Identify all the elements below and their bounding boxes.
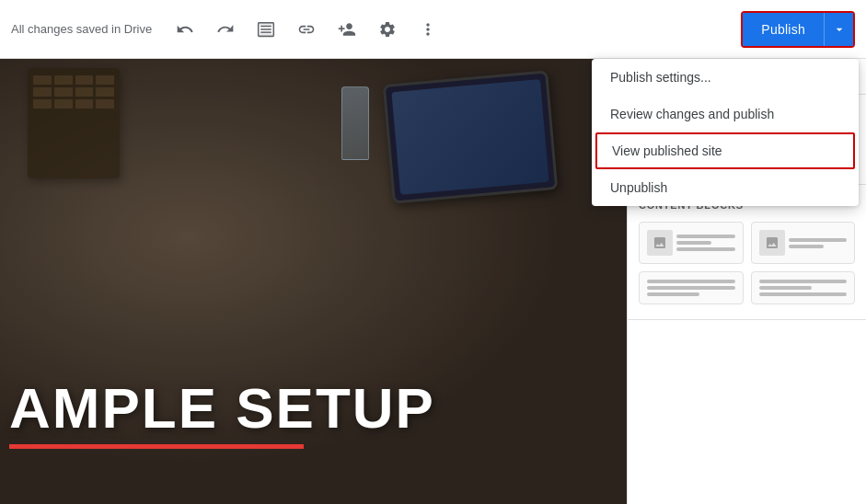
block-image-icon: [759, 230, 785, 256]
hero-underline: [9, 444, 304, 449]
block-line: [647, 286, 735, 290]
toolbar: All changes saved in Drive: [0, 0, 866, 59]
publish-dropdown-button[interactable]: [824, 13, 853, 46]
block-line-short: [647, 292, 699, 296]
block-line: [676, 235, 735, 238]
calc-key: [54, 75, 73, 85]
tablet-screen: [391, 79, 548, 195]
hero-text-area: AMPLE SETUP: [0, 380, 627, 449]
content-block-3[interactable]: [639, 271, 744, 304]
block-image-icon: [647, 230, 673, 256]
dropdown-item-publish-settings[interactable]: Publish settings...: [592, 59, 859, 96]
calc-key: [96, 75, 114, 85]
dropdown-item-unpublish[interactable]: Unpublish: [592, 169, 859, 206]
calc-key: [75, 87, 94, 97]
publish-button[interactable]: Publish: [743, 13, 824, 46]
content-block-2[interactable]: [751, 222, 856, 264]
dropdown-item-view-published[interactable]: View published site: [595, 132, 855, 169]
hero-image: AMPLE SETUP: [0, 59, 627, 504]
calc-key: [54, 87, 73, 97]
link-button[interactable]: [288, 11, 325, 48]
block-line: [759, 292, 848, 296]
canvas-area: AMPLE SETUP: [0, 59, 627, 504]
block-line-short: [759, 286, 812, 290]
block-line-short: [789, 245, 824, 248]
block-text-lines: [647, 280, 735, 296]
preview-button[interactable]: [248, 11, 284, 48]
content-blocks-grid: [639, 222, 855, 304]
block-line: [647, 280, 735, 283]
svg-rect-3: [260, 31, 271, 32]
toolbar-right: Publish: [741, 11, 855, 48]
calc-key: [33, 99, 52, 109]
svg-rect-1: [260, 25, 271, 26]
block-line: [759, 280, 848, 283]
calc-key: [96, 87, 114, 97]
calc-key: [54, 99, 73, 109]
undo-button[interactable]: [167, 11, 203, 48]
calc-key: [75, 75, 94, 85]
toolbar-left: All changes saved in Drive: [11, 11, 741, 48]
settings-button[interactable]: [369, 11, 406, 48]
add-person-button[interactable]: [329, 11, 365, 48]
calc-key: [96, 99, 114, 109]
block-text-lines: [789, 238, 848, 248]
toolbar-actions: [167, 11, 446, 48]
calc-key: [75, 99, 94, 109]
tablet-decoration: [383, 70, 559, 203]
more-options-button[interactable]: [410, 11, 446, 48]
redo-button[interactable]: [207, 11, 244, 48]
block-line: [676, 247, 735, 251]
calc-grid: [33, 75, 114, 109]
save-status: All changes saved in Drive: [11, 22, 152, 36]
content-block-4[interactable]: [751, 271, 856, 304]
bottle-decoration: [341, 86, 369, 160]
calculator-decoration: [28, 68, 120, 178]
publish-button-group: Publish: [741, 11, 855, 48]
publish-dropdown-menu: Publish settings... Review changes and p…: [592, 59, 859, 206]
calc-key: [33, 87, 52, 97]
svg-rect-2: [260, 29, 271, 29]
block-text-lines: [676, 235, 735, 251]
block-line-short: [676, 241, 711, 245]
content-block-1[interactable]: [639, 222, 744, 264]
hero-title: AMPLE SETUP: [0, 380, 627, 437]
dropdown-item-review-publish[interactable]: Review changes and publish: [592, 96, 859, 132]
block-text-lines: [759, 280, 848, 296]
block-line: [789, 238, 848, 242]
calc-key: [33, 75, 52, 85]
